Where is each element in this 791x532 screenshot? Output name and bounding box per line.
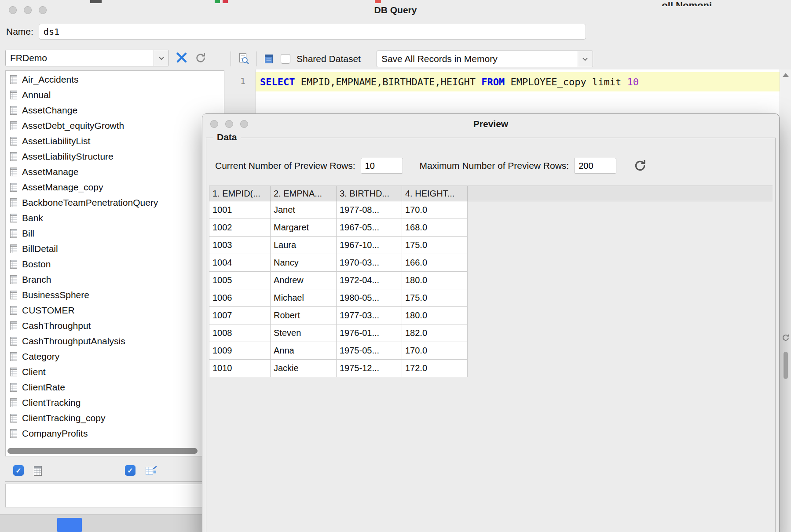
- table-row[interactable]: 1007Robert1977-03...180.0: [209, 307, 773, 324]
- table-filter-row: ✓ ✓: [5, 461, 224, 482]
- chevron-down-icon: [154, 50, 168, 66]
- table-cell: 182.0: [402, 324, 468, 342]
- column-header[interactable]: 2. EMPNA...: [271, 186, 337, 201]
- table-list-item[interactable]: Annual: [6, 87, 224, 102]
- left-panel-footer-box: [5, 484, 224, 507]
- preview-dialog: Preview Data Current Number of Preview R…: [202, 113, 780, 532]
- table-list-item[interactable]: AssetChange: [6, 102, 224, 118]
- storage-mode-select[interactable]: Save All Records in Memory: [377, 51, 593, 67]
- table-icon: [9, 352, 18, 361]
- table-icon: [9, 321, 18, 331]
- table-cell: 1975-12...: [337, 360, 402, 377]
- scroll-up-arrow-icon[interactable]: [783, 73, 789, 77]
- table-cell: Robert: [271, 307, 337, 324]
- table-cell: Laura: [271, 237, 337, 254]
- table-name: Air_Accidents: [22, 74, 78, 85]
- table-name: CashThroughput: [22, 321, 91, 331]
- table-list-item[interactable]: BackboneTeamPenetrationQuery: [6, 195, 224, 210]
- show-views-checkbox[interactable]: ✓: [125, 465, 135, 476]
- table-list-item[interactable]: ClientRate: [6, 379, 224, 395]
- table-list-item[interactable]: AssetLiabilityStructure: [6, 149, 224, 164]
- current-rows-input[interactable]: [361, 158, 403, 174]
- table-list-item[interactable]: CashThroughputAnalysis: [6, 333, 224, 349]
- table-row[interactable]: 1008Steven1976-01...182.0: [209, 324, 773, 342]
- table-icon: [9, 90, 18, 100]
- preview-controls: Current Number of Preview Rows: Maximum …: [215, 157, 766, 174]
- table-row[interactable]: 1003Laura1967-10...175.0: [209, 237, 773, 254]
- table-list-item[interactable]: BusinessSphere: [6, 287, 224, 302]
- sync-icon[interactable]: [781, 333, 790, 342]
- max-rows-input[interactable]: [574, 158, 616, 174]
- table-cell: Janet: [271, 201, 337, 219]
- column-header[interactable]: 3. BIRTHD...: [337, 186, 402, 201]
- table-list-item[interactable]: Bank: [6, 210, 224, 226]
- max-rows-label: Maximum Number of Preview Rows:: [420, 160, 569, 171]
- table-cell: 1967-10...: [337, 237, 402, 254]
- table-list-item[interactable]: AssetManage_copy: [6, 179, 224, 195]
- table-name: CUSTOMER: [22, 305, 75, 316]
- dialog-titlebar: Preview: [202, 114, 779, 134]
- table-list-item[interactable]: CashThroughput: [6, 318, 224, 333]
- table-list-item[interactable]: Bill: [6, 226, 224, 241]
- sql-token: FROM: [481, 77, 505, 87]
- table-list-item[interactable]: ClientTracking: [6, 395, 224, 410]
- groupbox-label: Data: [213, 132, 241, 142]
- show-tables-checkbox[interactable]: ✓: [13, 465, 24, 476]
- table-cell: Jackie: [271, 360, 337, 377]
- table-cell: 1005: [209, 272, 271, 289]
- column-header[interactable]: 4. HEIGHT...: [402, 186, 468, 201]
- table-cell: 1010: [209, 360, 271, 377]
- table-name: ClientRate: [22, 382, 65, 393]
- table-list-item[interactable]: Category: [6, 349, 224, 364]
- table-cell: 170.0: [402, 342, 468, 360]
- table-icon: [9, 290, 18, 300]
- table-icon: [9, 275, 18, 284]
- shared-dataset-checkbox[interactable]: [281, 54, 290, 64]
- titlebar: DB Query: [0, 0, 791, 20]
- sql-token: 10: [627, 77, 639, 87]
- table-list-item[interactable]: Branch: [6, 272, 224, 287]
- table-list-item[interactable]: Client: [6, 364, 224, 379]
- sql-line[interactable]: SELECT EMPID,EMPNAME,BIRTHDATE,HEIGHT FR…: [256, 72, 780, 91]
- table-icon: [9, 398, 18, 408]
- table-list-item[interactable]: CUSTOMER: [6, 302, 224, 318]
- column-header[interactable]: 1. EMPID(...: [209, 186, 271, 201]
- table-cell: 1967-05...: [337, 219, 402, 237]
- table-cell: 1008: [209, 324, 271, 342]
- preview-icon[interactable]: [237, 52, 250, 66]
- table-list-item[interactable]: AssetDebt_equityGrowth: [6, 118, 224, 133]
- table-row[interactable]: 1005Andrew1972-04...180.0: [209, 272, 773, 289]
- table-row[interactable]: 1002Margaret1967-05...168.0: [209, 219, 773, 237]
- table-list-item[interactable]: Boston: [6, 256, 224, 272]
- table-name: BillDetail: [22, 244, 58, 254]
- table-row[interactable]: 1009Anna1975-05...170.0: [209, 342, 773, 360]
- table-list-item[interactable]: Air_Accidents: [6, 72, 224, 87]
- table-cell: 1009: [209, 342, 271, 360]
- table-list-item[interactable]: AssetManage: [6, 164, 224, 179]
- table-cell: 180.0: [402, 272, 468, 289]
- table-list-item[interactable]: BillDetail: [6, 241, 224, 256]
- refresh-preview-icon[interactable]: [633, 159, 647, 173]
- connection-select[interactable]: FRDemo: [5, 50, 169, 66]
- dataset-name-input[interactable]: [39, 24, 586, 40]
- table-list-item[interactable]: AssetLiabilityList: [6, 133, 224, 149]
- table-name: AssetManage_copy: [22, 182, 103, 193]
- table-row[interactable]: 1001Janet1977-08...170.0: [209, 201, 773, 219]
- editor-scrollbar[interactable]: [780, 69, 791, 532]
- table-row[interactable]: 1006Michael1980-05...175.0: [209, 289, 773, 307]
- sql-token: SELECT: [260, 77, 295, 87]
- blue-page-icon[interactable]: [263, 53, 275, 65]
- table-cell: 1003: [209, 237, 271, 254]
- table-row[interactable]: 1004Nancy1970-03...166.0: [209, 254, 773, 272]
- table-row[interactable]: 1010Jackie1975-12...172.0: [209, 360, 773, 377]
- horizontal-scrollbar-thumb[interactable]: [7, 448, 198, 454]
- table-name: Client: [22, 367, 46, 377]
- table-list-item[interactable]: CompanyProfits: [6, 426, 224, 441]
- table-cell: 170.0: [402, 201, 468, 219]
- connection-config-icon[interactable]: [175, 51, 188, 65]
- refresh-icon[interactable]: [194, 52, 207, 64]
- vertical-scrollbar-thumb[interactable]: [784, 352, 788, 379]
- table-icon: [9, 167, 18, 177]
- table-list-item[interactable]: ClientTracking_copy: [6, 410, 224, 426]
- table-cell: 1002: [209, 219, 271, 237]
